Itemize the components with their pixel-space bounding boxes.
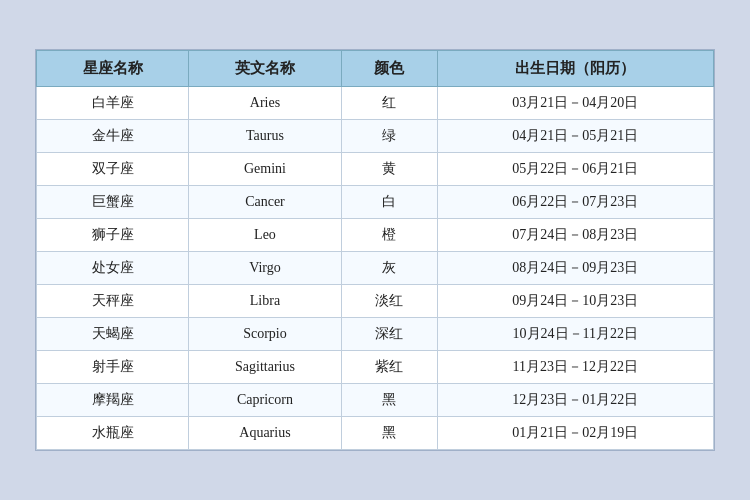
table-row: 处女座Virgo灰08月24日－09月23日 (37, 252, 714, 285)
table-row: 摩羯座Capricorn黑12月23日－01月22日 (37, 384, 714, 417)
cell-color: 灰 (341, 252, 437, 285)
cell-color: 橙 (341, 219, 437, 252)
header-dates: 出生日期（阳历） (437, 51, 713, 87)
zodiac-table: 星座名称 英文名称 颜色 出生日期（阳历） 白羊座Aries红03月21日－04… (36, 50, 714, 450)
cell-dates: 03月21日－04月20日 (437, 87, 713, 120)
cell-color: 深红 (341, 318, 437, 351)
table-row: 水瓶座Aquarius黑01月21日－02月19日 (37, 417, 714, 450)
header-chinese-name: 星座名称 (37, 51, 189, 87)
header-english-name: 英文名称 (189, 51, 341, 87)
cell-chinese-name: 白羊座 (37, 87, 189, 120)
cell-color: 淡红 (341, 285, 437, 318)
cell-chinese-name: 金牛座 (37, 120, 189, 153)
cell-dates: 08月24日－09月23日 (437, 252, 713, 285)
table-row: 狮子座Leo橙07月24日－08月23日 (37, 219, 714, 252)
cell-color: 黑 (341, 417, 437, 450)
table-row: 天秤座Libra淡红09月24日－10月23日 (37, 285, 714, 318)
cell-english-name: Cancer (189, 186, 341, 219)
cell-chinese-name: 天秤座 (37, 285, 189, 318)
cell-english-name: Aquarius (189, 417, 341, 450)
table-row: 白羊座Aries红03月21日－04月20日 (37, 87, 714, 120)
cell-chinese-name: 射手座 (37, 351, 189, 384)
table-row: 巨蟹座Cancer白06月22日－07月23日 (37, 186, 714, 219)
cell-color: 黑 (341, 384, 437, 417)
cell-color: 紫红 (341, 351, 437, 384)
cell-english-name: Capricorn (189, 384, 341, 417)
cell-english-name: Virgo (189, 252, 341, 285)
cell-chinese-name: 水瓶座 (37, 417, 189, 450)
cell-chinese-name: 双子座 (37, 153, 189, 186)
cell-english-name: Gemini (189, 153, 341, 186)
cell-english-name: Aries (189, 87, 341, 120)
table-body: 白羊座Aries红03月21日－04月20日金牛座Taurus绿04月21日－0… (37, 87, 714, 450)
cell-chinese-name: 巨蟹座 (37, 186, 189, 219)
table-row: 天蝎座Scorpio深红10月24日－11月22日 (37, 318, 714, 351)
cell-english-name: Taurus (189, 120, 341, 153)
cell-color: 红 (341, 87, 437, 120)
cell-chinese-name: 狮子座 (37, 219, 189, 252)
cell-dates: 06月22日－07月23日 (437, 186, 713, 219)
cell-color: 白 (341, 186, 437, 219)
cell-english-name: Scorpio (189, 318, 341, 351)
cell-dates: 12月23日－01月22日 (437, 384, 713, 417)
cell-dates: 07月24日－08月23日 (437, 219, 713, 252)
zodiac-table-container: 星座名称 英文名称 颜色 出生日期（阳历） 白羊座Aries红03月21日－04… (35, 49, 715, 451)
cell-color: 绿 (341, 120, 437, 153)
cell-english-name: Libra (189, 285, 341, 318)
table-row: 双子座Gemini黄05月22日－06月21日 (37, 153, 714, 186)
cell-chinese-name: 天蝎座 (37, 318, 189, 351)
header-color: 颜色 (341, 51, 437, 87)
cell-color: 黄 (341, 153, 437, 186)
cell-dates: 11月23日－12月22日 (437, 351, 713, 384)
cell-chinese-name: 处女座 (37, 252, 189, 285)
table-header-row: 星座名称 英文名称 颜色 出生日期（阳历） (37, 51, 714, 87)
cell-dates: 09月24日－10月23日 (437, 285, 713, 318)
cell-dates: 01月21日－02月19日 (437, 417, 713, 450)
cell-dates: 10月24日－11月22日 (437, 318, 713, 351)
cell-dates: 05月22日－06月21日 (437, 153, 713, 186)
cell-english-name: Sagittarius (189, 351, 341, 384)
table-row: 射手座Sagittarius紫红11月23日－12月22日 (37, 351, 714, 384)
cell-chinese-name: 摩羯座 (37, 384, 189, 417)
table-row: 金牛座Taurus绿04月21日－05月21日 (37, 120, 714, 153)
cell-dates: 04月21日－05月21日 (437, 120, 713, 153)
cell-english-name: Leo (189, 219, 341, 252)
